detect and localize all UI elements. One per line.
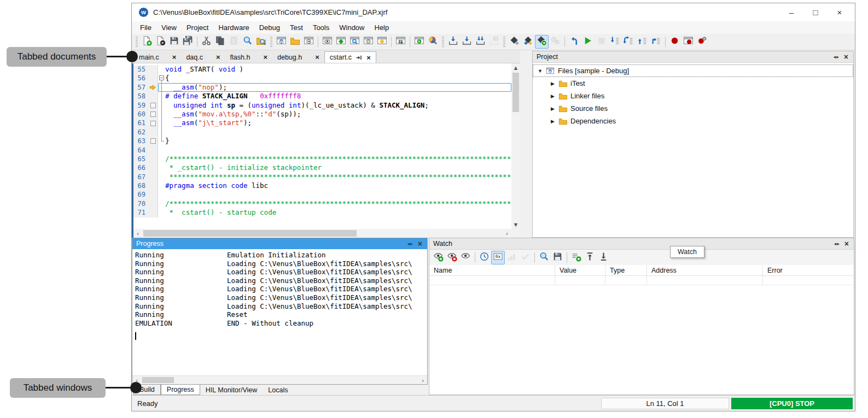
breakpoint-toggle-button[interactable] <box>668 35 681 49</box>
memory-window-button[interactable] <box>394 35 407 49</box>
fold-margin[interactable] <box>158 163 165 172</box>
hex-display-button[interactable]: 0x <box>491 251 505 264</box>
chevron-down-icon[interactable]: ▼ <box>537 68 543 74</box>
breakpoint-properties-button[interactable] <box>695 35 709 49</box>
save-button[interactable] <box>167 35 181 49</box>
fold-margin[interactable] <box>158 83 165 92</box>
fold-margin[interactable] <box>158 199 165 208</box>
debug-online-button[interactable] <box>521 35 535 49</box>
code-line-body[interactable]: /***************************************… <box>158 155 511 163</box>
code-line-body[interactable]: # define STACK_ALIGN 0xfffffff8 <box>158 92 511 101</box>
fold-margin[interactable] <box>158 119 165 127</box>
code-line-59[interactable]: 59 unsigned int sp = (unsigned int)(_lc_… <box>133 101 511 110</box>
tab-close-icon[interactable]: × <box>172 54 177 61</box>
line-marker[interactable] <box>148 101 158 110</box>
find-button[interactable] <box>241 35 254 49</box>
find-in-window-button[interactable] <box>348 35 362 49</box>
watch-column-value[interactable]: Value <box>555 265 605 275</box>
watch-column-name[interactable]: Name <box>429 265 555 275</box>
watch-eye-button[interactable] <box>459 251 473 264</box>
code-line-66[interactable]: 66 * _cstart() - initialize stackpointer <box>133 163 511 172</box>
doc-tab-flash-h[interactable]: flash.h× <box>225 51 272 63</box>
fold-margin[interactable]: – <box>158 74 165 83</box>
maximize-button[interactable]: □ <box>803 5 828 20</box>
menu-item-tools[interactable]: Tools <box>308 22 334 33</box>
watch-history-button[interactable] <box>477 251 491 264</box>
tab-close-icon[interactable]: × <box>263 54 267 61</box>
breakpoint-checkbox[interactable] <box>150 103 156 108</box>
tree-item-source-files[interactable]: ▶Source files <box>533 102 853 115</box>
code-line-body[interactable]: –{ <box>158 74 511 83</box>
download-button[interactable] <box>446 35 460 49</box>
reset-button[interactable] <box>567 35 581 49</box>
line-marker[interactable] <box>148 173 158 181</box>
code-line-body[interactable]: * _cstart() - initialize stackpointer <box>158 163 511 172</box>
save-all-button[interactable] <box>181 35 195 49</box>
minimize-button[interactable]: – <box>779 5 803 20</box>
tab-close-icon[interactable]: × <box>315 54 319 61</box>
tree-item-dependencies[interactable]: ▶Dependencies <box>533 115 853 127</box>
tree-item-linker-files[interactable]: ▶Linker files <box>533 90 853 102</box>
chevron-right-icon[interactable]: ▶ <box>550 81 556 86</box>
code-line-body[interactable]: * cstart() - startup code <box>158 208 511 217</box>
code-line-64[interactable]: 64 <box>133 146 511 155</box>
line-marker[interactable] <box>148 74 158 83</box>
plugins-button[interactable] <box>549 35 562 49</box>
variables-window-button[interactable] <box>334 35 348 49</box>
menu-item-help[interactable]: Help <box>370 22 394 33</box>
close-button[interactable]: × <box>828 5 852 20</box>
doc-tab-cstart-c[interactable]: cstart.c× <box>324 51 376 63</box>
editor-horizontal-scrollbar[interactable]: ‹ › <box>133 229 511 238</box>
line-marker[interactable] <box>148 155 158 163</box>
menu-item-test[interactable]: Test <box>285 22 308 33</box>
code-line-body[interactable]: __asm("j\t_start"); <box>158 119 511 127</box>
watch-find-button[interactable] <box>537 251 551 264</box>
paste-button[interactable] <box>227 35 241 49</box>
code-line-body[interactable] <box>158 190 511 199</box>
debug-offline-button[interactable] <box>508 35 521 49</box>
fold-margin[interactable] <box>158 110 165 119</box>
analyzer-window-button[interactable] <box>426 35 440 49</box>
code-line-67[interactable]: 67 *************************************… <box>133 173 511 181</box>
scroll-down-icon[interactable]: ▼ <box>511 220 520 229</box>
code-line-body[interactable]: __asm("mov.a\tsp,%0"::"d"(sp)); <box>158 110 511 119</box>
fold-margin[interactable] <box>158 190 165 199</box>
line-marker[interactable] <box>148 163 158 172</box>
progress-horizontal-scrollbar[interactable]: ‹ › <box>132 375 427 384</box>
line-marker[interactable] <box>148 119 158 127</box>
watch-empty-row[interactable] <box>429 276 854 285</box>
fold-margin[interactable] <box>158 146 165 155</box>
line-marker[interactable] <box>148 65 158 74</box>
run-until-button[interactable] <box>649 35 663 49</box>
download-all-button[interactable] <box>474 35 487 49</box>
code-editor[interactable]: 55void _START( void )56–{57 __asm("nop")… <box>132 63 520 238</box>
scroll-right-icon[interactable]: › <box>418 376 427 385</box>
watch-cell-empty[interactable] <box>763 276 854 285</box>
step-into-button[interactable] <box>608 35 622 49</box>
line-marker[interactable] <box>148 208 158 217</box>
code-line-69[interactable]: 69 <box>133 190 511 199</box>
code-line-body[interactable]: __asm("nop"); <box>158 83 511 92</box>
watch-add-list-button[interactable] <box>569 251 583 264</box>
doc-tab-debug-h[interactable]: debug.h× <box>272 51 324 63</box>
watch-add-button[interactable] <box>432 251 445 264</box>
breakpoint-checkbox[interactable] <box>150 121 156 126</box>
code-line-body[interactable]: void _START( void ) <box>158 65 511 74</box>
find-in-files-button[interactable] <box>254 35 268 49</box>
code-line-68[interactable]: 68#pragma section code libc <box>133 181 511 190</box>
watch-window-button[interactable] <box>321 35 334 49</box>
watch-remove-button[interactable] <box>445 251 459 264</box>
output-tab-progress[interactable]: Progress <box>161 385 200 395</box>
panel-close-icon[interactable]: × <box>842 240 851 248</box>
line-marker[interactable] <box>148 146 158 155</box>
toolbar-grip[interactable] <box>136 37 138 48</box>
toolbar-grip[interactable] <box>503 37 505 48</box>
panel-close-icon[interactable]: × <box>416 240 424 248</box>
line-marker[interactable] <box>148 92 158 101</box>
stop-button[interactable] <box>595 35 608 49</box>
menu-item-window[interactable]: Window <box>334 22 369 33</box>
code-line-body[interactable] <box>158 146 511 155</box>
cut-button[interactable] <box>200 35 213 49</box>
watch-cell-empty[interactable] <box>429 276 555 285</box>
line-marker[interactable] <box>148 199 158 208</box>
